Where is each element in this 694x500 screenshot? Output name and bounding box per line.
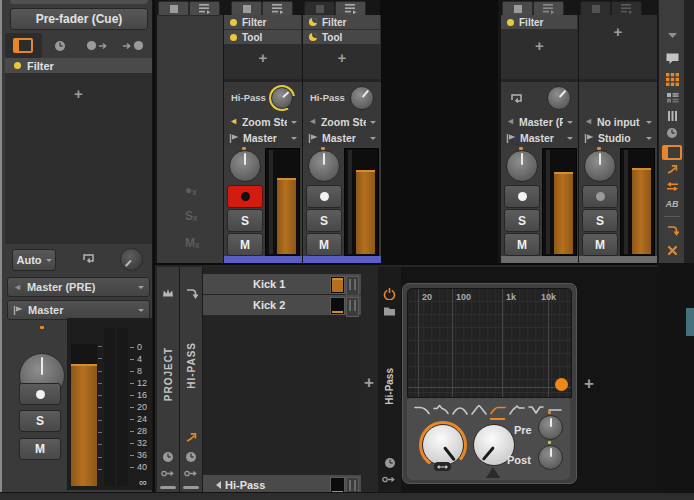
- list-view-button[interactable]: [189, 1, 220, 16]
- channel-strip-1[interactable]: Filter Tool + Hi-Pass ◄ Zoom Ste…: [223, 15, 302, 263]
- tab-automation[interactable]: [42, 33, 79, 58]
- device-enabled-icon[interactable]: [230, 19, 237, 26]
- tab-devices[interactable]: [5, 33, 42, 58]
- volume-knob[interactable]: [229, 150, 261, 182]
- add-device-button[interactable]: +: [5, 85, 152, 102]
- collapse-panel-button[interactable]: [659, 32, 685, 39]
- add-device-button[interactable]: +: [581, 374, 597, 394]
- filter-type-bandpass-icon[interactable]: [451, 403, 468, 417]
- view-toggle-button[interactable]: [304, 1, 335, 16]
- solo-button[interactable]: S: [227, 209, 263, 232]
- ab-compare-button[interactable]: AB: [659, 199, 685, 209]
- record-arm-button[interactable]: [306, 185, 342, 208]
- clip-launcher-button[interactable]: [659, 73, 685, 86]
- device-enabled-icon[interactable]: [230, 34, 237, 41]
- pre-gain-knob[interactable]: [538, 415, 563, 440]
- device-inactive-icon[interactable]: [309, 33, 317, 41]
- pin-out-icon[interactable]: [184, 469, 199, 478]
- mute-button[interactable]: M: [504, 233, 540, 256]
- track-row-kick2[interactable]: Kick 2: [203, 295, 361, 316]
- track-list-button[interactable]: [659, 92, 685, 103]
- track-row-kick1[interactable]: Kick 1: [203, 274, 361, 295]
- track-color-strip[interactable]: [579, 256, 657, 263]
- clock-icon[interactable]: [384, 457, 396, 469]
- stereo-width-badge[interactable]: [434, 462, 451, 471]
- disable-all-solo-icon[interactable]: Sₓ: [185, 209, 215, 223]
- mixer-view-button[interactable]: [659, 110, 685, 122]
- track-fader-widget[interactable]: [346, 276, 359, 296]
- add-track-button[interactable]: +: [361, 373, 377, 393]
- swap-io-button[interactable]: [659, 181, 685, 192]
- record-arm-button[interactable]: [19, 383, 61, 405]
- view-toggle-button[interactable]: [231, 1, 262, 16]
- device-item-tool[interactable]: Tool: [224, 30, 301, 44]
- output-routing-select[interactable]: ◄ Master (PRE): [7, 277, 150, 297]
- device-item-filter[interactable]: Filter: [224, 15, 301, 29]
- device-item-tool[interactable]: Tool: [303, 30, 380, 44]
- channel-strip-4[interactable]: + ◄ No input Studio S: [578, 15, 657, 263]
- device-item-filter[interactable]: Filter: [501, 15, 577, 29]
- track-routing-select[interactable]: Master: [224, 130, 302, 145]
- solo-button[interactable]: S: [582, 209, 618, 232]
- clock-icon[interactable]: [185, 451, 197, 463]
- channel-strip-3[interactable]: Filter + ◄ Master (P… Master: [500, 15, 578, 263]
- record-arm-button[interactable]: [504, 185, 540, 208]
- disable-all-record-icon[interactable]: ●ₓ: [185, 183, 215, 197]
- filter-type-bandpass-resonance-icon[interactable]: [470, 403, 487, 417]
- mute-button[interactable]: M: [306, 233, 342, 256]
- device-item-filter[interactable]: Filter: [5, 58, 152, 73]
- cue-mix-knob[interactable]: [120, 248, 143, 271]
- track-fader-widget[interactable]: [346, 297, 359, 317]
- solo-button[interactable]: S: [19, 410, 61, 432]
- channel-strip-2[interactable]: Filter Tool + Hi-Pass ◄ Zoom Ste…: [302, 15, 381, 263]
- pin-out-icon[interactable]: [382, 475, 397, 484]
- expand-panel-button[interactable]: [659, 163, 685, 175]
- clock-icon[interactable]: [162, 451, 174, 463]
- device-track-column[interactable]: Hi-Pass: [378, 267, 401, 492]
- eq-cutoff-handle[interactable]: [555, 378, 568, 391]
- automation-button[interactable]: [659, 127, 685, 139]
- power-icon[interactable]: [383, 287, 396, 300]
- track-routing-select[interactable]: Master: [501, 130, 578, 145]
- list-view-button[interactable]: [335, 1, 366, 16]
- track-color-strip[interactable]: [303, 256, 381, 263]
- device-inactive-icon[interactable]: [309, 18, 317, 26]
- project-tab-column[interactable]: PROJECT: [157, 267, 180, 492]
- solo-button[interactable]: S: [306, 209, 342, 232]
- post-gain-knob[interactable]: [538, 445, 563, 470]
- right-scroll-strip[interactable]: [684, 0, 694, 263]
- list-view-button[interactable]: [262, 1, 293, 16]
- arrow-up-right-icon[interactable]: [185, 431, 198, 443]
- filter-type-notch-icon[interactable]: [527, 403, 544, 417]
- send-knob[interactable]: [350, 86, 374, 110]
- comments-button[interactable]: [659, 52, 685, 65]
- vertical-scrollbar-thumb[interactable]: [686, 308, 694, 336]
- solo-button[interactable]: S: [504, 209, 540, 232]
- mute-button[interactable]: M: [227, 233, 263, 256]
- volume-knob[interactable]: [506, 150, 538, 182]
- filter-type-highpass-resonance-icon[interactable]: [508, 403, 525, 417]
- folder-icon[interactable]: [383, 306, 396, 316]
- add-device-button[interactable]: +: [579, 23, 657, 40]
- device-panel-button[interactable]: [659, 145, 685, 160]
- track-routing-select[interactable]: Master: [7, 300, 150, 320]
- view-toggle-button[interactable]: [580, 1, 611, 16]
- hipass-device-panel[interactable]: 20 100 1k 10k: [402, 283, 577, 484]
- filter-type-lowpass-resonance-icon[interactable]: [432, 403, 449, 417]
- prefader-cue-button[interactable]: Pre-fader (Cue): [10, 8, 148, 30]
- auto-mode-dropdown[interactable]: Auto: [12, 249, 56, 269]
- mute-button[interactable]: M: [19, 438, 61, 460]
- filter-type-lowpass-icon[interactable]: [413, 403, 430, 417]
- tab-modulation-in[interactable]: [115, 33, 152, 58]
- add-device-button[interactable]: +: [501, 37, 578, 54]
- record-arm-button[interactable]: [582, 185, 618, 208]
- tab-modulation-out[interactable]: [79, 33, 116, 58]
- view-toggle-button[interactable]: [502, 1, 533, 16]
- eq-display[interactable]: 20 100 1k 10k: [407, 288, 572, 398]
- cutoff-knob[interactable]: [422, 424, 464, 466]
- loop-icon[interactable]: [80, 251, 96, 265]
- track-color-strip[interactable]: [224, 256, 302, 263]
- horizontal-scrollbar[interactable]: [183, 486, 199, 489]
- list-view-button[interactable]: [533, 1, 564, 16]
- horizontal-scrollbar[interactable]: [160, 486, 176, 489]
